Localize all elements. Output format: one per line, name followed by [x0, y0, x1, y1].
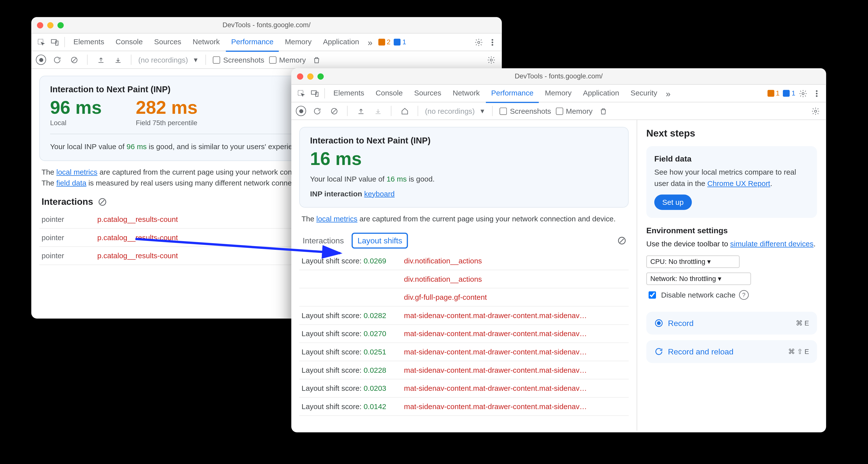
svg-point-4: [492, 39, 493, 40]
window-title: DevTools - fonts.google.com/: [291, 72, 826, 80]
ls-score: Layout shift score: 0.0282: [302, 311, 398, 319]
recordings-dropdown[interactable]: (no recordings): [138, 55, 188, 64]
ls-score: [302, 292, 398, 301]
inspect-icon[interactable]: [35, 36, 47, 49]
issue-badge[interactable]: 1: [783, 89, 796, 97]
layout-shift-row[interactable]: Layout shift score: 0.0251mat-sidenav-co…: [299, 343, 629, 361]
memory-checkbox[interactable]: Memory: [269, 55, 306, 64]
field-data-link[interactable]: field data: [56, 179, 86, 187]
devtools-window-right: DevTools - fonts.google.com/ Elements Co…: [291, 68, 826, 432]
chevron-down-icon[interactable]: ▼: [479, 107, 486, 115]
local-metrics-link[interactable]: local metrics: [56, 167, 97, 176]
toolbar: (no recordings) ▼ Screenshots Memory: [291, 102, 826, 120]
tab-elements[interactable]: Elements: [328, 85, 369, 102]
tab-memory[interactable]: Memory: [280, 34, 317, 51]
cpu-throttle-select[interactable]: CPU: No throttling ▾: [646, 255, 740, 268]
tab-security[interactable]: Security: [625, 85, 662, 102]
simulate-devices-link[interactable]: simulate different devices: [730, 240, 813, 248]
device-icon[interactable]: [308, 87, 321, 100]
layout-shift-row[interactable]: div.notification__actions: [299, 270, 629, 288]
tab-elements[interactable]: Elements: [68, 34, 109, 51]
layout-shift-row[interactable]: Layout shift score: 0.0203mat-sidenav-co…: [299, 379, 629, 398]
home-icon[interactable]: [398, 104, 411, 117]
upload-icon[interactable]: [354, 104, 367, 117]
network-throttle-select[interactable]: Network: No throttling ▾: [646, 272, 751, 285]
record-icon[interactable]: [296, 106, 306, 116]
tab-console[interactable]: Console: [371, 85, 408, 102]
inp-interaction-link[interactable]: keyboard: [364, 189, 395, 198]
screenshots-checkbox[interactable]: Screenshots: [500, 106, 551, 115]
gc-icon[interactable]: [310, 54, 323, 66]
kebab-icon[interactable]: [486, 36, 498, 49]
memory-checkbox[interactable]: Memory: [556, 106, 592, 115]
crux-link[interactable]: Chrome UX Report: [707, 179, 770, 187]
subtab-interactions[interactable]: Interactions: [302, 234, 345, 247]
tab-network[interactable]: Network: [447, 85, 485, 102]
tab-network[interactable]: Network: [187, 34, 225, 51]
ls-score: Layout shift score: 0.0228: [302, 366, 398, 374]
warning-badge[interactable]: 2: [378, 38, 391, 46]
warning-badge[interactable]: 1: [767, 89, 780, 97]
chevron-down-icon[interactable]: ▼: [192, 56, 198, 63]
upload-icon[interactable]: [94, 54, 107, 66]
tab-application[interactable]: Application: [318, 34, 364, 51]
clear-icon[interactable]: [68, 54, 81, 66]
ls-element: mat-sidenav-content.mat-drawer-content.m…: [404, 383, 626, 392]
tab-memory[interactable]: Memory: [540, 85, 577, 102]
field-data-card: Field data See how your local metrics co…: [646, 146, 817, 218]
window-title: DevTools - fonts.google.com/: [31, 21, 502, 29]
clear-icon[interactable]: [328, 104, 340, 117]
setup-button[interactable]: Set up: [654, 195, 692, 210]
inspect-icon[interactable]: [294, 87, 307, 100]
tab-performance[interactable]: Performance: [486, 85, 539, 103]
recordings-dropdown[interactable]: (no recordings): [425, 106, 475, 115]
gc-icon[interactable]: [597, 104, 610, 117]
clear-interactions-icon[interactable]: [98, 197, 107, 206]
inp-interaction-line: INP interaction keyboard: [310, 188, 618, 199]
layout-shift-row[interactable]: Layout shift score: 0.0142mat-sidenav-co…: [299, 398, 629, 416]
local-metrics-link[interactable]: local metrics: [316, 214, 358, 223]
ls-element: mat-sidenav-content.mat-drawer-content.m…: [404, 347, 626, 356]
local-metrics-note: The local metrics are captured from the …: [299, 213, 629, 224]
record-icon[interactable]: [36, 55, 46, 65]
tab-console[interactable]: Console: [111, 34, 148, 51]
inp-local-value: 16 ms: [310, 150, 618, 168]
screenshots-checkbox[interactable]: Screenshots: [213, 55, 265, 64]
disable-cache-checkbox[interactable]: Disable network cache ?: [646, 289, 817, 300]
layout-shift-row[interactable]: div.gf-full-page.gf-content: [299, 288, 629, 306]
svg-point-13: [802, 92, 804, 94]
reload-icon[interactable]: [311, 104, 323, 117]
tab-application[interactable]: Application: [578, 85, 624, 102]
help-icon[interactable]: ?: [739, 290, 748, 300]
layout-shift-row[interactable]: Layout shift score: 0.0270mat-sidenav-co…: [299, 324, 629, 343]
layout-shift-row[interactable]: Layout shift score: 0.0228mat-sidenav-co…: [299, 361, 629, 379]
subtab-layout-shifts[interactable]: Layout shifts: [352, 233, 408, 248]
inp-field-label: Field 75th percentile: [136, 119, 198, 127]
svg-point-21: [657, 321, 660, 324]
toolbar: (no recordings) ▼ Screenshots Memory: [31, 51, 502, 69]
reload-icon[interactable]: [51, 54, 63, 66]
more-tabs-icon[interactable]: »: [365, 37, 375, 47]
clear-list-icon[interactable]: [617, 236, 627, 245]
tab-sources[interactable]: Sources: [409, 85, 446, 102]
record-card[interactable]: Record ⌘ E: [646, 311, 817, 334]
tab-sources[interactable]: Sources: [149, 34, 186, 51]
kebab-icon[interactable]: [810, 87, 823, 100]
inp-card: Interaction to Next Paint (INP) 16 ms Yo…: [299, 127, 629, 208]
ls-score: [302, 275, 398, 283]
tab-bar: Elements Console Sources Network Perform…: [291, 85, 826, 102]
device-icon[interactable]: [49, 36, 61, 49]
download-icon[interactable]: [112, 54, 124, 66]
download-icon: [372, 104, 384, 117]
gear-icon[interactable]: [797, 87, 809, 100]
gear-icon[interactable]: [809, 104, 822, 117]
tab-performance[interactable]: Performance: [226, 33, 279, 52]
record-reload-card[interactable]: Record and reload ⌘ ⇧ E: [646, 340, 817, 363]
layout-shift-row[interactable]: Layout shift score: 0.0269div.notificati…: [299, 252, 629, 270]
layout-shift-row[interactable]: Layout shift score: 0.0282mat-sidenav-co…: [299, 306, 629, 325]
more-tabs-icon[interactable]: »: [663, 89, 673, 98]
gear-icon[interactable]: [485, 54, 497, 66]
ls-element: mat-sidenav-content.mat-drawer-content.m…: [404, 402, 626, 410]
gear-icon[interactable]: [472, 36, 485, 49]
issue-badge[interactable]: 1: [394, 38, 406, 46]
